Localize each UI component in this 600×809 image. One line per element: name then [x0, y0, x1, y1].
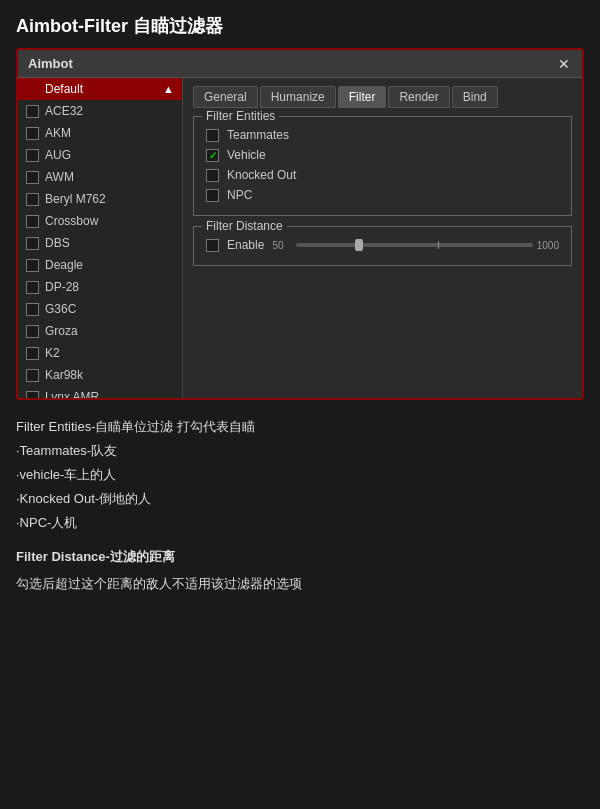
weapon-checkbox[interactable] [26, 193, 39, 206]
weapon-list[interactable]: Default ▲ ACE32 AKM AUG AWM Beryl M762 C… [18, 78, 183, 398]
weapon-label: Lynx AMR [45, 390, 99, 398]
filter-entity-label: Knocked Out [227, 168, 296, 182]
filter-entity-knocked-out: Knocked Out [206, 165, 559, 185]
weapon-item-dbs[interactable]: DBS [18, 232, 182, 254]
enable-checkbox-row: Enable [206, 235, 264, 255]
weapon-item-awm[interactable]: AWM [18, 166, 182, 188]
desc-line7: 勾选后超过这个距离的敌人不适用该过滤器的选项 [16, 573, 584, 595]
weapon-item-crossbow[interactable]: Crossbow [18, 210, 182, 232]
filter-distance-title: Filter Distance [202, 219, 287, 233]
weapon-item-beryl-m762[interactable]: Beryl M762 [18, 188, 182, 210]
desc-line1: Filter Entities-自瞄单位过滤 打勾代表自瞄 [16, 416, 584, 438]
slider-min-label: 50 [272, 240, 292, 251]
weapon-label: Kar98k [45, 368, 83, 382]
slider-tick [438, 241, 439, 249]
dialog-title: Aimbot [28, 56, 73, 71]
tab-render[interactable]: Render [388, 86, 449, 108]
filter-entity-label: NPC [227, 188, 252, 202]
weapon-checkbox[interactable] [26, 149, 39, 162]
weapon-label: ACE32 [45, 104, 83, 118]
weapon-item-dp-28[interactable]: DP-28 [18, 276, 182, 298]
enable-label: Enable [227, 238, 264, 252]
close-button[interactable]: ✕ [556, 57, 572, 71]
tab-bind[interactable]: Bind [452, 86, 498, 108]
weapon-label: AKM [45, 126, 71, 140]
enable-checkbox[interactable] [206, 239, 219, 252]
distance-slider-container: 50 1000 [272, 240, 559, 251]
weapon-label: Crossbow [45, 214, 98, 228]
weapon-checkbox[interactable] [26, 369, 39, 382]
filter-entity-label: Teammates [227, 128, 289, 142]
filter-entity-checkbox-vehicle[interactable] [206, 149, 219, 162]
filter-entity-label: Vehicle [227, 148, 266, 162]
scroll-arrow-icon: ▲ [163, 83, 174, 95]
page-title: Aimbot-Filter 自瞄过滤器 [0, 0, 600, 48]
weapon-checkbox[interactable] [26, 347, 39, 360]
weapon-checkbox[interactable] [26, 303, 39, 316]
weapon-checkbox[interactable] [26, 215, 39, 228]
weapon-checkbox[interactable] [26, 171, 39, 184]
desc-line5: ·NPC-人机 [16, 512, 584, 534]
weapon-item-k2[interactable]: K2 [18, 342, 182, 364]
weapon-checkbox[interactable] [26, 237, 39, 250]
weapon-label: K2 [45, 346, 60, 360]
slider-max-label: 1000 [537, 240, 559, 251]
desc-line2: ·Teammates-队友 [16, 440, 584, 462]
distance-row: Enable 50 1000 [206, 235, 559, 255]
weapon-checkbox[interactable] [26, 105, 39, 118]
weapon-label: Default [45, 82, 83, 96]
weapon-label: DP-28 [45, 280, 79, 294]
weapon-label: Deagle [45, 258, 83, 272]
desc-line3: ·vehicle-车上的人 [16, 464, 584, 486]
tab-filter[interactable]: Filter [338, 86, 387, 108]
filter-entities-title: Filter Entities [202, 109, 279, 123]
weapon-item-akm[interactable]: AKM [18, 122, 182, 144]
weapon-item-default[interactable]: Default ▲ [18, 78, 182, 100]
weapon-label: Groza [45, 324, 78, 338]
dialog-body: Default ▲ ACE32 AKM AUG AWM Beryl M762 C… [18, 78, 582, 398]
filter-entity-checkbox-teammates[interactable] [206, 129, 219, 142]
desc-line6: Filter Distance-过滤的距离 [16, 546, 584, 568]
filter-entity-checkbox-knocked-out[interactable] [206, 169, 219, 182]
weapon-item-ace32[interactable]: ACE32 [18, 100, 182, 122]
weapon-label: G36C [45, 302, 76, 316]
weapon-item-aug[interactable]: AUG [18, 144, 182, 166]
weapon-checkbox[interactable] [26, 127, 39, 140]
tabs-bar: GeneralHumanizeFilterRenderBind [193, 86, 572, 108]
weapon-item-lynx-amr[interactable]: Lynx AMR [18, 386, 182, 398]
weapon-label: AWM [45, 170, 74, 184]
weapon-item-kar98k[interactable]: Kar98k [18, 364, 182, 386]
weapon-label: AUG [45, 148, 71, 162]
filter-entity-vehicle: Vehicle [206, 145, 559, 165]
filter-entity-npc: NPC [206, 185, 559, 205]
right-panel: GeneralHumanizeFilterRenderBind Filter E… [183, 78, 582, 398]
weapon-checkbox[interactable] [26, 259, 39, 272]
weapon-checkbox[interactable] [26, 281, 39, 294]
filter-distance-section: Filter Distance Enable 50 1000 [193, 226, 572, 266]
filter-entities-section: Filter Entities TeammatesVehicleKnocked … [193, 116, 572, 216]
weapon-item-groza[interactable]: Groza [18, 320, 182, 342]
filter-entity-teammates: Teammates [206, 125, 559, 145]
weapon-checkbox[interactable] [26, 391, 39, 399]
filter-entity-checkbox-npc[interactable] [206, 189, 219, 202]
desc-line4: ·Knocked Out-倒地的人 [16, 488, 584, 510]
aimbot-dialog: Aimbot ✕ Default ▲ ACE32 AKM AUG AWM [16, 48, 584, 400]
weapon-label: Beryl M762 [45, 192, 106, 206]
tab-humanize[interactable]: Humanize [260, 86, 336, 108]
weapon-item-deagle[interactable]: Deagle [18, 254, 182, 276]
weapon-item-g36c[interactable]: G36C [18, 298, 182, 320]
dialog-titlebar: Aimbot ✕ [18, 50, 582, 78]
distance-slider[interactable] [296, 243, 532, 247]
description-section: Filter Entities-自瞄单位过滤 打勾代表自瞄 ·Teammates… [0, 400, 600, 595]
weapon-checkbox[interactable] [26, 325, 39, 338]
slider-thumb[interactable] [355, 239, 363, 251]
weapon-label: DBS [45, 236, 70, 250]
tab-general[interactable]: General [193, 86, 258, 108]
